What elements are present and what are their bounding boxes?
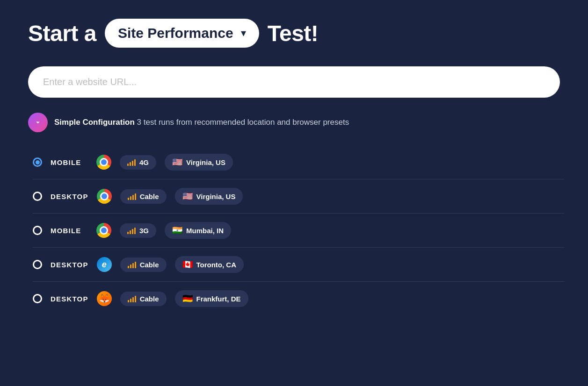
connection-badge[interactable]: 3G bbox=[120, 223, 156, 238]
test-list: MOBILE4G🇺🇸Virginia, USDESKTOPCable🇺🇸Virg… bbox=[33, 145, 565, 315]
location-label: Toronto, CA bbox=[196, 261, 237, 269]
main-container: Start a Site Performance ▾ Test! Simple … bbox=[28, 19, 560, 315]
country-flag-icon: 🇺🇸 bbox=[172, 157, 182, 167]
signal-bars-icon bbox=[128, 295, 136, 302]
simple-config-row: Simple Configuration 3 test runs from re… bbox=[28, 113, 560, 132]
simple-config-toggle[interactable] bbox=[28, 113, 48, 132]
browser-icon bbox=[96, 155, 111, 170]
connection-label: Cable bbox=[140, 295, 159, 303]
country-flag-icon: 🇺🇸 bbox=[182, 191, 193, 201]
connection-label: 3G bbox=[139, 227, 149, 235]
test-row-radio[interactable] bbox=[33, 260, 42, 269]
test-row-radio[interactable] bbox=[33, 157, 42, 167]
test-row-device: MOBILE bbox=[51, 227, 88, 235]
connection-label: 4G bbox=[139, 158, 149, 166]
test-row: DESKTOP🦊Cable🇩🇪Frankfurt, DE bbox=[33, 282, 565, 315]
test-type-label: Site Performance bbox=[118, 25, 233, 41]
test-row: DESKTOPCable🇺🇸Virginia, US bbox=[33, 179, 565, 214]
country-flag-icon: 🇨🇦 bbox=[182, 259, 193, 270]
test-row-radio[interactable] bbox=[33, 192, 42, 201]
connection-label: Cable bbox=[140, 261, 159, 269]
location-label: Mumbai, IN bbox=[186, 227, 224, 235]
test-row-device: DESKTOP bbox=[51, 193, 88, 200]
url-input[interactable] bbox=[28, 66, 560, 98]
test-row-device: DESKTOP bbox=[51, 261, 88, 269]
chevron-down-icon bbox=[34, 118, 42, 127]
browser-icon bbox=[96, 223, 111, 238]
country-flag-icon: 🇮🇳 bbox=[172, 225, 182, 236]
connection-label: Cable bbox=[140, 193, 159, 200]
url-input-wrapper bbox=[28, 66, 560, 98]
simple-config-description: Simple Configuration 3 test runs from re… bbox=[54, 118, 349, 127]
test-row-device: DESKTOP bbox=[51, 295, 88, 303]
location-label: Virginia, US bbox=[196, 193, 236, 200]
signal-bars-icon bbox=[128, 261, 136, 268]
browser-icon: 🦊 bbox=[97, 291, 112, 306]
test-type-dropdown[interactable]: Site Performance ▾ bbox=[105, 19, 259, 48]
country-flag-icon: 🇩🇪 bbox=[182, 293, 193, 304]
location-label: Virginia, US bbox=[186, 158, 225, 166]
location-badge[interactable]: 🇨🇦Toronto, CA bbox=[175, 256, 244, 273]
location-badge[interactable]: 🇺🇸Virginia, US bbox=[165, 154, 233, 171]
location-label: Frankfurt, DE bbox=[196, 295, 241, 303]
test-row: MOBILE3G🇮🇳Mumbai, IN bbox=[33, 214, 565, 248]
simple-config-title: Simple Configuration bbox=[54, 118, 135, 127]
signal-bars-icon bbox=[128, 193, 136, 200]
connection-badge[interactable]: Cable bbox=[120, 292, 167, 306]
chevron-down-icon: ▾ bbox=[241, 27, 246, 39]
browser-icon: e bbox=[97, 257, 112, 272]
connection-badge[interactable]: 4G bbox=[120, 155, 156, 170]
location-badge[interactable]: 🇺🇸Virginia, US bbox=[175, 188, 243, 205]
location-badge[interactable]: 🇩🇪Frankfurt, DE bbox=[175, 290, 248, 307]
test-row: DESKTOPeCable🇨🇦Toronto, CA bbox=[33, 248, 565, 282]
signal-bars-icon bbox=[127, 158, 136, 166]
location-badge[interactable]: 🇮🇳Mumbai, IN bbox=[165, 222, 231, 239]
test-row-device: MOBILE bbox=[51, 158, 88, 166]
simple-config-subtitle: 3 test runs from recommended location an… bbox=[135, 118, 349, 127]
signal-bars-icon bbox=[127, 227, 136, 234]
test-row-radio[interactable] bbox=[33, 226, 42, 235]
test-row-radio[interactable] bbox=[33, 294, 42, 303]
page-header: Start a Site Performance ▾ Test! bbox=[28, 19, 560, 48]
connection-badge[interactable]: Cable bbox=[120, 257, 167, 272]
connection-badge[interactable]: Cable bbox=[120, 189, 167, 204]
header-end-text: Test! bbox=[268, 21, 319, 46]
browser-icon bbox=[97, 189, 112, 204]
header-start-text: Start a bbox=[28, 21, 96, 46]
test-row: MOBILE4G🇺🇸Virginia, US bbox=[33, 145, 565, 179]
